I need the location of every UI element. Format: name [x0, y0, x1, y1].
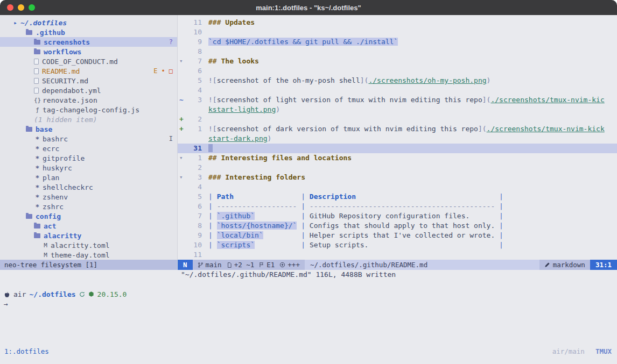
- tree-item-theme-day-toml[interactable]: Mtheme-day.toml: [0, 250, 177, 260]
- syntax-segment: |: [297, 212, 309, 220]
- editor-line[interactable]: ▾3### Interesting folders: [178, 173, 617, 182]
- close-button[interactable]: [7, 4, 13, 11]
- syntax-segment: |: [495, 202, 503, 210]
- fold-sign[interactable]: ▾: [178, 173, 188, 182]
- tree-item-label: renovate.json: [43, 96, 97, 104]
- tree-item-zshenv[interactable]: *zshenv: [0, 192, 177, 202]
- line-number: 9: [188, 37, 202, 47]
- syntax-segment: |: [208, 192, 217, 201]
- folder-icon: [34, 40, 40, 45]
- editor-line[interactable]: ▾7## The looks: [178, 56, 617, 66]
- editor-cursor-line[interactable]: 31: [178, 144, 617, 153]
- tree-item-security-md[interactable]: SECURITY.md: [0, 76, 177, 85]
- editor-line[interactable]: 8: [178, 47, 617, 56]
- line-number: 6: [188, 202, 202, 211]
- syntax-segment: Configs that should apply to that host o…: [310, 222, 495, 230]
- tree-item-gitprofile[interactable]: *gitprofile: [0, 153, 177, 163]
- tree-item-label: huskyrc: [43, 164, 72, 172]
- tree-item-shellcheckrc[interactable]: *shellcheckrc: [0, 182, 177, 192]
- tree-item-label: tag-changelog-config.js: [43, 106, 139, 114]
- editor-line[interactable]: ~3![screenshot of light version of tmux …: [178, 95, 617, 105]
- syntax-segment: |: [495, 212, 503, 220]
- tree-item-1-hidden-item[interactable]: (1 hidden item): [0, 115, 177, 124]
- syntax-segment: `local/bin`: [217, 231, 263, 239]
- sign-column: [178, 231, 188, 240]
- syntax-segment: |: [297, 222, 309, 230]
- syntax-segment: ./screenshots/oh-my-posh.png: [368, 76, 486, 84]
- sign-column: [178, 163, 188, 173]
- syntax-segment: [263, 231, 297, 239]
- tree-item-dependabot-yml[interactable]: dependabot.yml: [0, 85, 177, 95]
- minimize-button[interactable]: [18, 4, 24, 11]
- editor-line[interactable]: start-dark.png): [178, 134, 617, 144]
- shell-area[interactable]: air ~/.dotfiles 20.15.0 →: [0, 280, 617, 346]
- editor-line[interactable]: 7| `.github` | GitHub Repository configu…: [178, 211, 617, 221]
- tree-item-tag-changelog-config-js[interactable]: ƒtag-changelog-config.js: [0, 105, 177, 115]
- editor-line[interactable]: kstart-light.png): [178, 105, 617, 115]
- file-icon: [34, 88, 39, 94]
- editor-line[interactable]: 6: [178, 66, 617, 76]
- editor-line[interactable]: 11### Updates: [178, 18, 617, 27]
- editor-panel: 11### Updates 10 9`cd $HOME/.dotfiles &&…: [178, 15, 617, 270]
- syntax-segment: ): [268, 134, 272, 142]
- tree-item-renovate-json[interactable]: {}renovate.json: [0, 95, 177, 105]
- syntax-segment: ![: [208, 125, 217, 133]
- tree-item-label: plan: [43, 174, 59, 182]
- syntax-segment: |: [297, 241, 309, 249]
- tree-item-badges: E•□: [153, 67, 173, 75]
- tree-item-config[interactable]: config: [0, 211, 177, 221]
- tree-item-workflows[interactable]: workflows: [0, 47, 177, 56]
- json-icon: {}: [34, 97, 41, 104]
- syntax-segment: Interesting folders: [225, 173, 305, 181]
- tree-item-readme-md[interactable]: README.mdE•□: [0, 66, 177, 76]
- syntax-segment: |: [208, 202, 217, 210]
- tree-item-screenshots[interactable]: screenshots?: [0, 37, 177, 47]
- tree-item-alacritty-toml[interactable]: Malacritty.toml: [0, 240, 177, 250]
- editor-line[interactable]: 6| ------------------- | ---------------…: [178, 202, 617, 211]
- line-text: ![screenshot of light version of tmux wi…: [208, 95, 605, 105]
- editor-line[interactable]: 4: [178, 85, 617, 95]
- apple-icon: [4, 291, 10, 298]
- tree-item-base[interactable]: base: [0, 124, 177, 134]
- editor-line[interactable]: +2: [178, 115, 617, 124]
- tree-item-act[interactable]: act: [0, 221, 177, 231]
- config-icon: *: [34, 193, 41, 201]
- editor-line[interactable]: 8| `hosts/{hostname}/` | Configs that sh…: [178, 221, 617, 231]
- tree-item-zshrc[interactable]: *zshrc: [0, 202, 177, 211]
- editor-buffer[interactable]: 11### Updates 10 9`cd $HOME/.dotfiles &&…: [178, 15, 617, 260]
- editor-line[interactable]: 11: [178, 250, 617, 260]
- tree-item-dotfiles[interactable]: ▸~/.dotfiles: [0, 18, 177, 27]
- tree-item-label: bashrc: [43, 135, 68, 143]
- editor-line[interactable]: 5| Path | Description |: [178, 192, 617, 202]
- tree-item-plan[interactable]: *plan: [0, 173, 177, 182]
- editor-line[interactable]: ▾1## Interesting files and locations: [178, 153, 617, 163]
- tree-item-huskyrc[interactable]: *huskyrc: [0, 163, 177, 173]
- tree-item-code-of-conduct-md[interactable]: CODE_OF_CONDUCT.md: [0, 56, 177, 66]
- syntax-segment: `scripts`: [217, 241, 255, 249]
- file-icon: [34, 68, 39, 74]
- tmux-window-name[interactable]: 1:.dotfiles: [4, 347, 49, 355]
- editor-line[interactable]: +1![screenshot of dark version of tmux w…: [178, 124, 617, 134]
- sign-column: [178, 182, 188, 192]
- line-number: 31: [188, 144, 202, 153]
- git-extra: +++: [279, 260, 300, 270]
- tree-item-ecrc[interactable]: *ecrc: [0, 144, 177, 153]
- tree-item-badges: I: [169, 135, 173, 142]
- fold-sign[interactable]: ▾: [178, 56, 188, 66]
- tree-item-github[interactable]: .github: [0, 27, 177, 37]
- zoom-button[interactable]: [29, 4, 35, 11]
- syntax-segment: ./screenshots/tmux-nvim-kick: [487, 125, 605, 133]
- sign-column: [178, 27, 188, 37]
- editor-line[interactable]: 5![screenshot of the oh-my-posh shell](.…: [178, 76, 617, 85]
- editor-line[interactable]: 9`cd $HOME/.dotfiles && git pull && ./in…: [178, 37, 617, 47]
- line-text: ## The looks: [208, 56, 259, 66]
- line-text: | Path | Description |: [208, 192, 503, 202]
- tree-item-alacritty[interactable]: alacritty: [0, 231, 177, 240]
- editor-line[interactable]: 9| `local/bin` | Helper scripts that I'v…: [178, 231, 617, 240]
- editor-line[interactable]: 10| `scripts` | Setup scripts. |: [178, 240, 617, 250]
- tree-item-bashrc[interactable]: *bashrcI: [0, 134, 177, 144]
- editor-line[interactable]: 4: [178, 182, 617, 192]
- editor-line[interactable]: 2: [178, 163, 617, 173]
- editor-line[interactable]: 10: [178, 27, 617, 37]
- fold-sign[interactable]: ▾: [178, 153, 188, 163]
